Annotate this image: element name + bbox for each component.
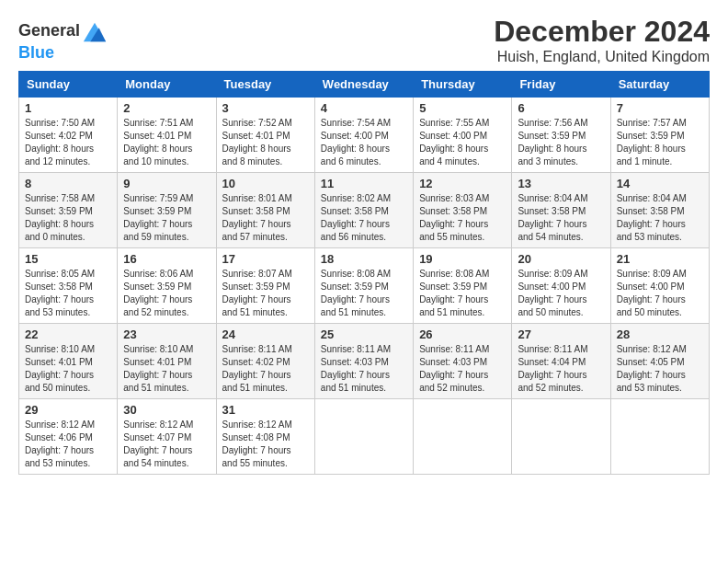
- calendar-week-row: 8Sunrise: 7:58 AMSunset: 3:59 PMDaylight…: [19, 173, 710, 248]
- cell-info: Sunrise: 8:05 AMSunset: 3:58 PMDaylight:…: [25, 268, 111, 319]
- calendar-cell: [414, 399, 512, 475]
- calendar-body: 1Sunrise: 7:50 AMSunset: 4:02 PMDaylight…: [19, 98, 710, 475]
- cell-info: Sunrise: 8:02 AMSunset: 3:58 PMDaylight:…: [321, 192, 407, 244]
- cell-day-number: 23: [123, 327, 210, 341]
- cell-day-number: 14: [617, 177, 703, 190]
- cell-info: Sunrise: 8:11 AMSunset: 4:04 PMDaylight:…: [518, 343, 604, 395]
- calendar-cell: 28Sunrise: 8:12 AMSunset: 4:05 PMDayligh…: [610, 324, 709, 399]
- calendar-cell: 20Sunrise: 8:09 AMSunset: 4:00 PMDayligh…: [512, 248, 610, 324]
- calendar-cell: 1Sunrise: 7:50 AMSunset: 4:02 PMDaylight…: [19, 98, 118, 173]
- cell-info: Sunrise: 7:55 AMSunset: 4:00 PMDaylight:…: [419, 117, 506, 168]
- logo-text-general: General: [18, 22, 80, 40]
- cell-day-number: 20: [518, 252, 604, 266]
- cell-info: Sunrise: 8:12 AMSunset: 4:05 PMDaylight:…: [617, 343, 703, 395]
- title-block: December 2024 Huish, England, United Kin…: [494, 15, 710, 65]
- cell-day-number: 16: [123, 252, 210, 266]
- calendar-cell: [610, 399, 709, 475]
- cell-day-number: 10: [222, 177, 309, 190]
- cell-day-number: 7: [617, 101, 703, 115]
- calendar-header-wednesday: Wednesday: [314, 72, 413, 98]
- cell-day-number: 26: [419, 327, 506, 341]
- cell-info: Sunrise: 8:07 AMSunset: 3:59 PMDaylight:…: [222, 268, 309, 319]
- cell-info: Sunrise: 7:52 AMSunset: 4:01 PMDaylight:…: [222, 117, 309, 168]
- subtitle: Huish, England, United Kingdom: [494, 49, 710, 65]
- calendar-cell: 23Sunrise: 8:10 AMSunset: 4:01 PMDayligh…: [118, 324, 216, 399]
- cell-day-number: 22: [25, 327, 111, 341]
- calendar-cell: 29Sunrise: 8:12 AMSunset: 4:06 PMDayligh…: [19, 399, 118, 475]
- cell-info: Sunrise: 8:10 AMSunset: 4:01 PMDaylight:…: [25, 343, 111, 395]
- cell-info: Sunrise: 8:11 AMSunset: 4:03 PMDaylight:…: [321, 343, 407, 395]
- cell-info: Sunrise: 8:09 AMSunset: 4:00 PMDaylight:…: [518, 268, 604, 319]
- calendar-cell: 13Sunrise: 8:04 AMSunset: 3:58 PMDayligh…: [512, 173, 610, 248]
- logo: General Blue: [18, 18, 108, 63]
- calendar-cell: 31Sunrise: 8:12 AMSunset: 4:08 PMDayligh…: [216, 399, 314, 475]
- calendar-cell: 18Sunrise: 8:08 AMSunset: 3:59 PMDayligh…: [314, 248, 413, 324]
- cell-day-number: 4: [321, 101, 407, 115]
- cell-info: Sunrise: 8:12 AMSunset: 4:06 PMDaylight:…: [25, 419, 111, 470]
- cell-info: Sunrise: 7:56 AMSunset: 3:59 PMDaylight:…: [518, 117, 604, 168]
- calendar-cell: 21Sunrise: 8:09 AMSunset: 4:00 PMDayligh…: [610, 248, 709, 324]
- cell-info: Sunrise: 8:11 AMSunset: 4:03 PMDaylight:…: [419, 343, 506, 395]
- cell-info: Sunrise: 8:12 AMSunset: 4:08 PMDaylight:…: [222, 419, 309, 470]
- calendar-header-sunday: Sunday: [19, 72, 118, 98]
- logo-text-blue: Blue: [18, 43, 54, 62]
- calendar-cell: 26Sunrise: 8:11 AMSunset: 4:03 PMDayligh…: [414, 324, 512, 399]
- cell-info: Sunrise: 8:09 AMSunset: 4:00 PMDaylight:…: [617, 268, 703, 319]
- cell-info: Sunrise: 8:04 AMSunset: 3:58 PMDaylight:…: [617, 192, 703, 244]
- calendar-cell: 22Sunrise: 8:10 AMSunset: 4:01 PMDayligh…: [19, 324, 118, 399]
- cell-info: Sunrise: 7:51 AMSunset: 4:01 PMDaylight:…: [123, 117, 210, 168]
- cell-day-number: 19: [419, 252, 506, 266]
- cell-day-number: 13: [518, 177, 604, 190]
- calendar-header-monday: Monday: [118, 72, 216, 98]
- cell-day-number: 18: [321, 252, 407, 266]
- calendar-week-row: 15Sunrise: 8:05 AMSunset: 3:58 PMDayligh…: [19, 248, 710, 324]
- cell-info: Sunrise: 8:10 AMSunset: 4:01 PMDaylight:…: [123, 343, 210, 395]
- cell-info: Sunrise: 8:06 AMSunset: 3:59 PMDaylight:…: [123, 268, 210, 319]
- cell-info: Sunrise: 8:08 AMSunset: 3:59 PMDaylight:…: [321, 268, 407, 319]
- calendar-week-row: 22Sunrise: 8:10 AMSunset: 4:01 PMDayligh…: [19, 324, 710, 399]
- cell-day-number: 29: [25, 403, 111, 417]
- cell-day-number: 30: [123, 403, 210, 417]
- calendar-cell: 8Sunrise: 7:58 AMSunset: 3:59 PMDaylight…: [19, 173, 118, 248]
- cell-day-number: 15: [25, 252, 111, 266]
- cell-info: Sunrise: 8:01 AMSunset: 3:58 PMDaylight:…: [222, 192, 309, 244]
- cell-day-number: 31: [222, 403, 309, 417]
- calendar-cell: 7Sunrise: 7:57 AMSunset: 3:59 PMDaylight…: [610, 98, 709, 173]
- calendar-cell: 17Sunrise: 8:07 AMSunset: 3:59 PMDayligh…: [216, 248, 314, 324]
- calendar-cell: 12Sunrise: 8:03 AMSunset: 3:58 PMDayligh…: [414, 173, 512, 248]
- main-title: December 2024: [494, 15, 710, 49]
- cell-info: Sunrise: 8:12 AMSunset: 4:07 PMDaylight:…: [123, 419, 210, 470]
- calendar-cell: 14Sunrise: 8:04 AMSunset: 3:58 PMDayligh…: [610, 173, 709, 248]
- calendar-cell: 2Sunrise: 7:51 AMSunset: 4:01 PMDaylight…: [118, 98, 216, 173]
- cell-info: Sunrise: 7:57 AMSunset: 3:59 PMDaylight:…: [617, 117, 703, 168]
- cell-day-number: 25: [321, 327, 407, 341]
- calendar-cell: [512, 399, 610, 475]
- calendar-cell: 27Sunrise: 8:11 AMSunset: 4:04 PMDayligh…: [512, 324, 610, 399]
- calendar-cell: 11Sunrise: 8:02 AMSunset: 3:58 PMDayligh…: [314, 173, 413, 248]
- calendar-cell: 25Sunrise: 8:11 AMSunset: 4:03 PMDayligh…: [314, 324, 413, 399]
- cell-day-number: 27: [518, 327, 604, 341]
- cell-day-number: 3: [222, 101, 309, 115]
- calendar-cell: [314, 399, 413, 475]
- calendar-header-friday: Friday: [512, 72, 610, 98]
- calendar-header-row: SundayMondayTuesdayWednesdayThursdayFrid…: [19, 72, 710, 98]
- cell-day-number: 12: [419, 177, 506, 190]
- calendar-cell: 24Sunrise: 8:11 AMSunset: 4:02 PMDayligh…: [216, 324, 314, 399]
- cell-info: Sunrise: 8:04 AMSunset: 3:58 PMDaylight:…: [518, 192, 604, 244]
- cell-info: Sunrise: 8:08 AMSunset: 3:59 PMDaylight:…: [419, 268, 506, 319]
- cell-day-number: 9: [123, 177, 210, 190]
- calendar-table: SundayMondayTuesdayWednesdayThursdayFrid…: [18, 71, 710, 475]
- cell-day-number: 17: [222, 252, 309, 266]
- calendar-week-row: 29Sunrise: 8:12 AMSunset: 4:06 PMDayligh…: [19, 399, 710, 475]
- cell-day-number: 5: [419, 101, 506, 115]
- calendar-cell: 10Sunrise: 8:01 AMSunset: 3:58 PMDayligh…: [216, 173, 314, 248]
- cell-day-number: 6: [518, 101, 604, 115]
- calendar-cell: 9Sunrise: 7:59 AMSunset: 3:59 PMDaylight…: [118, 173, 216, 248]
- calendar-cell: 16Sunrise: 8:06 AMSunset: 3:59 PMDayligh…: [118, 248, 216, 324]
- cell-info: Sunrise: 8:11 AMSunset: 4:02 PMDaylight:…: [222, 343, 309, 395]
- cell-info: Sunrise: 7:50 AMSunset: 4:02 PMDaylight:…: [25, 117, 111, 168]
- calendar-cell: 3Sunrise: 7:52 AMSunset: 4:01 PMDaylight…: [216, 98, 314, 173]
- cell-day-number: 2: [123, 101, 210, 115]
- cell-info: Sunrise: 7:54 AMSunset: 4:00 PMDaylight:…: [321, 117, 407, 168]
- page-header: General Blue December 2024 Huish, Englan…: [18, 15, 710, 65]
